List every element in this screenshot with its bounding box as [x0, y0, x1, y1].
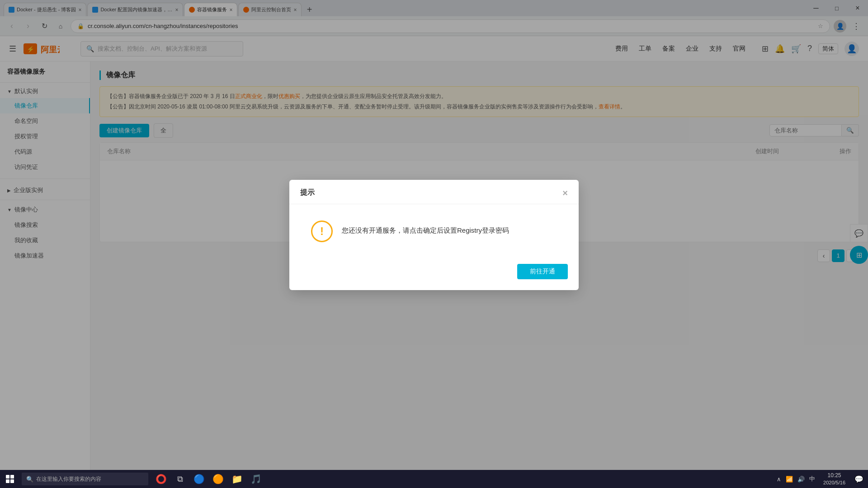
- modal-overlay[interactable]: 提示 × ! 您还没有开通服务，请点击确定后设置Registry登录密码 前往开…: [0, 0, 868, 470]
- taskbar: 🔍 在这里输入你要搜索的内容 ⭕ ⧉ 🔵 🟠 📁 🎵 ∧ 📶 🔊 中 10:25…: [0, 470, 868, 488]
- windows-logo-icon: [6, 475, 14, 483]
- taskbar-arrow-icon[interactable]: ∧: [777, 476, 781, 483]
- taskbar-app-3-icon[interactable]: 🎵: [247, 470, 265, 488]
- taskbar-network-icon[interactable]: 📶: [786, 476, 793, 483]
- taskbar-lang-indicator: 中: [809, 475, 815, 483]
- taskbar-date: 2020/5/16: [823, 479, 845, 486]
- warning-icon: !: [311, 221, 333, 242]
- taskbar-clock[interactable]: 10:25 2020/5/16: [819, 472, 850, 486]
- taskbar-time: 10:25: [828, 472, 841, 479]
- modal-footer: 前往开通: [289, 258, 579, 290]
- modal-close-button[interactable]: ×: [562, 188, 568, 197]
- taskbar-app-1-icon[interactable]: 🟠: [209, 470, 227, 488]
- taskbar-search-text: 在这里输入你要搜索的内容: [36, 475, 101, 483]
- taskbar-volume-icon[interactable]: 🔊: [797, 476, 805, 483]
- taskbar-search-icon: 🔍: [26, 476, 33, 483]
- taskbar-cortana-icon[interactable]: ⭕: [152, 470, 170, 488]
- modal-body: ! 您还没有开通服务，请点击确定后设置Registry登录密码: [289, 204, 579, 258]
- taskbar-search-box[interactable]: 🔍 在这里输入你要搜索的内容: [22, 473, 148, 485]
- taskbar-app-2-icon[interactable]: 📁: [228, 470, 246, 488]
- modal-title: 提示: [300, 188, 315, 197]
- modal-header: 提示 ×: [289, 180, 579, 204]
- taskbar-taskview-icon[interactable]: ⧉: [171, 470, 189, 488]
- taskbar-chrome-icon[interactable]: 🔵: [190, 470, 208, 488]
- taskbar-sys-tray[interactable]: ∧ 📶 🔊 中: [773, 475, 819, 483]
- start-button[interactable]: [0, 470, 20, 488]
- modal-message: 您还没有开通服务，请点击确定后设置Registry登录密码: [342, 221, 509, 236]
- taskbar-notification-button[interactable]: 💬: [850, 470, 868, 488]
- modal-confirm-button[interactable]: 前往开通: [517, 264, 568, 279]
- modal-dialog: 提示 × ! 您还没有开通服务，请点击确定后设置Registry登录密码 前往开…: [289, 180, 579, 290]
